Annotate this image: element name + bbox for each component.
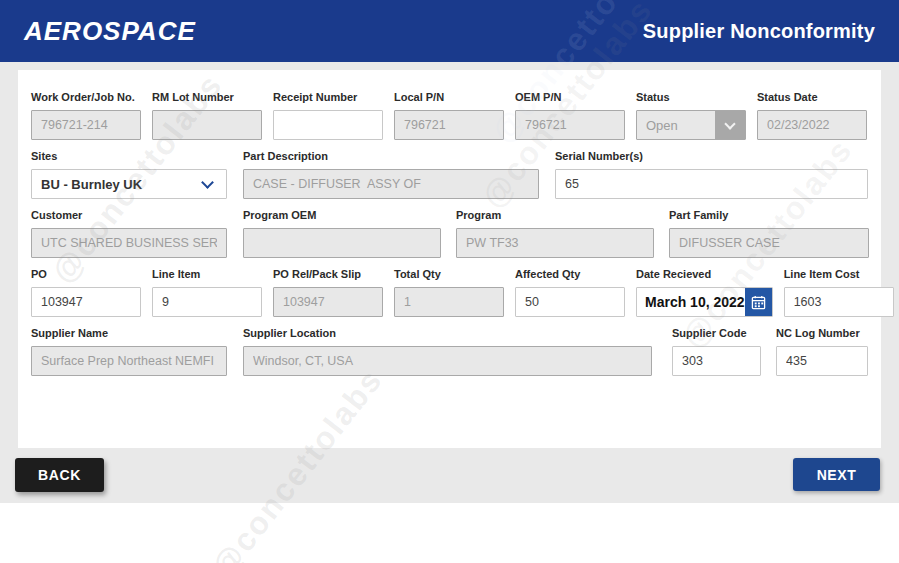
field-nc-log: NC Log Number — [776, 327, 868, 376]
program-oem-input — [243, 228, 441, 258]
back-button[interactable]: BACK — [15, 458, 104, 492]
field-affected-qty: Affected Qty — [515, 268, 625, 317]
program-label: Program — [456, 209, 654, 221]
calendar-button[interactable] — [745, 288, 772, 316]
receipt-number-label: Receipt Number — [273, 91, 383, 103]
work-order-input — [31, 110, 141, 140]
field-supplier-name: Supplier Name — [31, 327, 227, 376]
date-received-value: March 10, 2022 — [637, 294, 745, 310]
line-item-cost-label: Line Item Cost — [784, 268, 894, 280]
customer-input — [31, 228, 227, 258]
serial-numbers-label: Serial Number(s) — [555, 150, 868, 162]
affected-qty-label: Affected Qty — [515, 268, 625, 280]
field-sites: Sites BU - Burnley UK — [31, 150, 227, 199]
form-row-5: Supplier Name Supplier Location Supplier… — [31, 327, 868, 376]
form-row-3: Customer Program OEM Program Part Family — [31, 209, 868, 258]
receipt-number-input[interactable] — [273, 110, 383, 140]
field-status-date: Status Date — [757, 91, 867, 140]
total-qty-label: Total Qty — [394, 268, 504, 280]
brand-logo: AEROSPACE — [24, 16, 196, 47]
field-part-description: Part Description — [243, 150, 539, 199]
supplier-name-label: Supplier Name — [31, 327, 227, 339]
affected-qty-input[interactable] — [515, 287, 625, 317]
line-item-label: Line Item — [152, 268, 262, 280]
line-item-input[interactable] — [152, 287, 262, 317]
oem-pn-label: OEM P/N — [515, 91, 625, 103]
page: AEROSPACE Supplier Nonconformity Work Or… — [0, 0, 899, 563]
supplier-location-label: Supplier Location — [243, 327, 652, 339]
total-qty-input — [394, 287, 504, 317]
sites-label: Sites — [31, 150, 227, 162]
field-line-item-cost: Line Item Cost — [784, 268, 894, 317]
form-row-1: Work Order/Job No. RM Lot Number Receipt… — [31, 91, 868, 140]
supplier-code-input[interactable] — [672, 346, 761, 376]
field-program: Program — [456, 209, 654, 258]
chevron-down-icon — [201, 176, 214, 189]
field-date-received: Date Recieved March 10, 2022 — [636, 268, 773, 317]
date-received-input[interactable]: March 10, 2022 — [636, 287, 773, 317]
field-program-oem: Program OEM — [243, 209, 441, 258]
supplier-code-label: Supplier Code — [672, 327, 761, 339]
part-family-label: Part Family — [669, 209, 869, 221]
oem-pn-input — [515, 110, 625, 140]
field-rm-lot: RM Lot Number — [152, 91, 262, 140]
program-oem-label: Program OEM — [243, 209, 441, 221]
status-label: Status — [636, 91, 746, 103]
rm-lot-input — [152, 110, 262, 140]
po-rel-label: PO Rel/Pack Slip — [273, 268, 383, 280]
field-supplier-code: Supplier Code — [672, 327, 761, 376]
field-receipt-number: Receipt Number — [273, 91, 383, 140]
field-po-rel: PO Rel/Pack Slip — [273, 268, 383, 317]
chevron-glyph — [724, 118, 735, 129]
field-line-item: Line Item — [152, 268, 262, 317]
part-family-input — [669, 228, 869, 258]
customer-label: Customer — [31, 209, 227, 221]
sites-selected-value: BU - Burnley UK — [41, 177, 142, 192]
rm-lot-label: RM Lot Number — [152, 91, 262, 103]
field-status: Status Open — [636, 91, 746, 140]
status-select: Open — [636, 110, 746, 140]
serial-numbers-input[interactable] — [555, 169, 868, 199]
po-rel-input — [273, 287, 383, 317]
sites-select[interactable]: BU - Burnley UK — [31, 169, 227, 199]
po-input[interactable] — [31, 287, 141, 317]
field-total-qty: Total Qty — [394, 268, 504, 317]
local-pn-label: Local P/N — [394, 91, 504, 103]
supplier-location-input — [243, 346, 652, 376]
field-work-order: Work Order/Job No. — [31, 91, 141, 140]
page-title: Supplier Nonconformity — [643, 20, 875, 43]
form-row-2: Sites BU - Burnley UK Part Description S… — [31, 150, 868, 199]
field-oem-pn: OEM P/N — [515, 91, 625, 140]
supplier-name-input — [31, 346, 227, 376]
chevron-down-icon — [715, 111, 745, 139]
line-item-cost-input[interactable] — [784, 287, 894, 317]
action-bar: BACK NEXT — [15, 458, 880, 492]
work-order-label: Work Order/Job No. — [31, 91, 141, 103]
status-date-label: Status Date — [757, 91, 867, 103]
field-po: PO — [31, 268, 141, 317]
local-pn-input — [394, 110, 504, 140]
nc-log-input[interactable] — [776, 346, 868, 376]
form-row-4: PO Line Item PO Rel/Pack Slip Total Qty … — [31, 268, 868, 317]
calendar-icon — [751, 295, 766, 310]
part-description-label: Part Description — [243, 150, 539, 162]
field-customer: Customer — [31, 209, 227, 258]
field-serial-numbers: Serial Number(s) — [555, 150, 868, 199]
po-label: PO — [31, 268, 141, 280]
status-date-input — [757, 110, 867, 140]
part-description-input — [243, 169, 539, 199]
app-header: AEROSPACE Supplier Nonconformity — [0, 0, 899, 62]
field-part-family: Part Family — [669, 209, 869, 258]
field-supplier-location: Supplier Location — [243, 327, 652, 376]
status-selected-value: Open — [646, 118, 678, 133]
content-band: Work Order/Job No. RM Lot Number Receipt… — [0, 62, 899, 503]
nc-log-label: NC Log Number — [776, 327, 868, 339]
next-button[interactable]: NEXT — [793, 458, 880, 491]
field-local-pn: Local P/N — [394, 91, 504, 140]
form-card: Work Order/Job No. RM Lot Number Receipt… — [18, 70, 881, 448]
date-received-label: Date Recieved — [636, 268, 773, 280]
program-input — [456, 228, 654, 258]
